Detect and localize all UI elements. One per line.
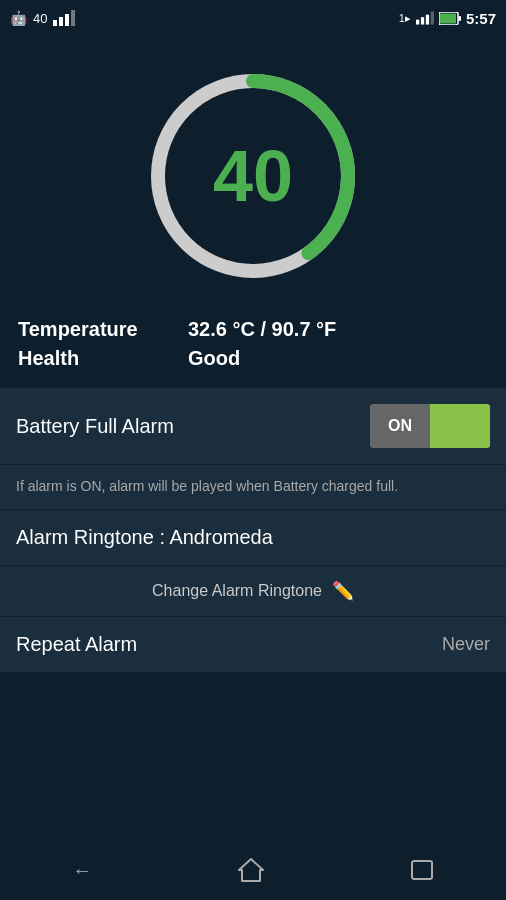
svg-rect-1 (59, 17, 63, 26)
home-button[interactable] (237, 857, 265, 883)
alarm-ringtone-row[interactable]: Alarm Ringtone : Andromeda (0, 510, 506, 566)
temperature-value: 32.6 °C / 90.7 °F (188, 318, 336, 341)
recent-icon (410, 859, 434, 881)
svg-rect-9 (458, 16, 461, 21)
svg-rect-7 (431, 11, 434, 24)
android-icon: 🤖 (10, 10, 27, 26)
settings-section: Battery Full Alarm ON If alarm is ON, al… (0, 388, 506, 672)
change-ringtone-text: Change Alarm Ringtone (152, 582, 322, 600)
bottom-nav: ← (0, 840, 506, 900)
temperature-label: Temperature (18, 318, 188, 341)
info-section: Temperature 32.6 °C / 90.7 °F Health Goo… (0, 306, 506, 388)
svg-rect-4 (416, 20, 419, 25)
svg-rect-5 (421, 17, 424, 24)
alarm-ringtone-label: Alarm Ringtone : Andromeda (16, 526, 273, 548)
svg-rect-0 (53, 20, 57, 26)
battery-full-alarm-row[interactable]: Battery Full Alarm ON (0, 388, 506, 465)
status-time: 5:57 (466, 10, 496, 27)
gauge-wrapper: 40 (143, 66, 363, 286)
home-icon (237, 857, 265, 883)
repeat-alarm-label: Repeat Alarm (16, 633, 137, 656)
toggle-off-area (430, 404, 490, 448)
change-ringtone-row[interactable]: Change Alarm Ringtone ✏️ (0, 566, 506, 617)
gauge-container: 40 (0, 36, 506, 306)
back-button[interactable]: ← (72, 859, 92, 882)
status-bar: 🤖 40 1▸ 5:57 (0, 0, 506, 36)
svg-rect-6 (426, 15, 429, 25)
gauge-value: 40 (213, 135, 293, 217)
toggle-on-label: ON (370, 404, 430, 448)
health-row: Health Good (18, 347, 488, 370)
battery-percent-status: 40 (33, 11, 47, 26)
health-label: Health (18, 347, 188, 370)
svg-rect-2 (65, 14, 69, 26)
back-icon: ← (72, 859, 92, 882)
repeat-alarm-value: Never (442, 634, 490, 655)
health-value: Good (188, 347, 240, 370)
status-bar-right: 1▸ 5:57 (399, 10, 496, 27)
recent-button[interactable] (410, 859, 434, 881)
signal2-icon (416, 11, 434, 25)
sim-icon: 1▸ (399, 12, 411, 25)
pencil-icon: ✏️ (332, 580, 354, 602)
svg-rect-14 (412, 861, 432, 879)
temperature-row: Temperature 32.6 °C / 90.7 °F (18, 318, 488, 341)
alarm-description-row: If alarm is ON, alarm will be played whe… (0, 465, 506, 510)
svg-rect-10 (440, 13, 456, 23)
battery-status-icon (439, 12, 461, 25)
repeat-alarm-row[interactable]: Repeat Alarm Never (0, 617, 506, 672)
battery-full-alarm-toggle[interactable]: ON (370, 404, 490, 448)
battery-full-alarm-label: Battery Full Alarm (16, 415, 174, 438)
signal-icon (53, 10, 75, 26)
alarm-description: If alarm is ON, alarm will be played whe… (16, 478, 398, 494)
svg-rect-3 (71, 10, 75, 26)
status-bar-left: 🤖 40 (10, 10, 75, 26)
svg-marker-13 (239, 859, 263, 881)
